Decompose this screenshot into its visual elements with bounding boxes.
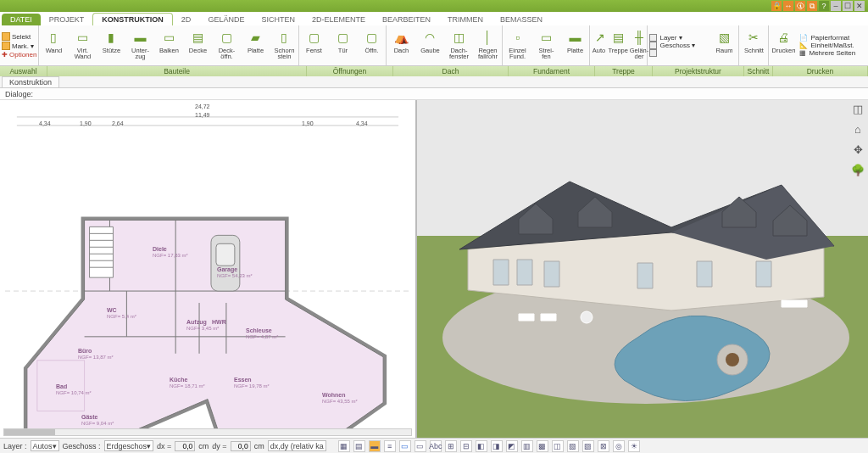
room-label-bad: BadNGF= 10,74 m² bbox=[56, 383, 92, 395]
svg-rect-41 bbox=[541, 314, 556, 321]
bb-3[interactable]: ≡ bbox=[384, 440, 396, 452]
bb-13[interactable]: ▩ bbox=[537, 440, 548, 452]
coord-mode[interactable]: dx,dy (relativ ka bbox=[268, 440, 326, 451]
bb-15[interactable]: ▧ bbox=[567, 440, 579, 452]
bb-0[interactable]: ▦ bbox=[338, 440, 350, 452]
maximize-icon[interactable]: ☐ bbox=[843, 1, 853, 11]
tab-projekt[interactable]: PROJEKT bbox=[41, 14, 93, 25]
svg-rect-35 bbox=[517, 260, 532, 285]
rail-home-icon[interactable]: ⌂ bbox=[851, 122, 865, 136]
tab-sichten[interactable]: SICHTEN bbox=[253, 14, 303, 25]
top-icon-3[interactable]: ⧉ bbox=[807, 1, 817, 11]
bb-5[interactable]: ▭ bbox=[415, 440, 426, 452]
ribbon-platte[interactable]: ▰Platte bbox=[241, 25, 270, 65]
svg-rect-36 bbox=[544, 261, 559, 287]
tab-gelaende[interactable]: GELÄNDE bbox=[199, 14, 253, 25]
schnitt-button[interactable]: ✂Schnitt bbox=[739, 25, 768, 65]
rail-move-icon[interactable]: ✥ bbox=[851, 143, 865, 156]
ribbon-dach-fenster[interactable]: ◫Dach-fenster bbox=[444, 25, 473, 65]
ribbon-tabs: DATEI PROJEKT KONSTRUKTION 2D GELÄNDE SI… bbox=[0, 12, 868, 25]
ribbon-dach[interactable]: ⛺Dach bbox=[387, 25, 415, 65]
help-icon[interactable]: ? bbox=[819, 1, 829, 11]
ribbon-regen-fallrohr[interactable]: │Regenfallrohr bbox=[473, 25, 502, 65]
ribbon-gaube[interactable]: ◠Gaube bbox=[415, 25, 444, 65]
dx-input[interactable] bbox=[175, 441, 195, 451]
tab-bemassen[interactable]: BEMASSEN bbox=[492, 14, 551, 25]
ribbon-unter-zug[interactable]: ▬Unter-zug bbox=[125, 25, 154, 65]
bb-17[interactable]: ⊠ bbox=[598, 440, 609, 452]
ribbon-gel-n-der[interactable]: ╫Gelän-der bbox=[629, 25, 649, 65]
dy-input[interactable] bbox=[231, 441, 251, 451]
raum-button[interactable]: ▧Raum bbox=[710, 25, 739, 65]
room-label-schleuse: SchleuseNGF= 4,87 m² bbox=[246, 327, 278, 339]
sec-tab-konstruktion[interactable]: Konstruktion bbox=[2, 76, 59, 88]
ribbon-virt-wand[interactable]: ▭Virt.Wand bbox=[68, 25, 97, 65]
geschoss-dropdown[interactable]: Geschoss ▾ bbox=[649, 42, 708, 49]
ribbon-fenst[interactable]: ▢Fenst bbox=[299, 25, 328, 65]
layer-extra[interactable] bbox=[649, 49, 708, 57]
layer-dropdown[interactable]: Layer ▾ bbox=[649, 34, 708, 42]
mark-button[interactable]: Mark. ▾ bbox=[2, 42, 36, 50]
mehrere[interactable]: ▦Mehrere Seiten bbox=[799, 49, 868, 57]
layer-select[interactable]: Autos ▾ bbox=[31, 440, 59, 451]
ribbon-einzel-fund-[interactable]: ▫EinzelFund. bbox=[503, 25, 531, 65]
bb-11[interactable]: ◩ bbox=[506, 440, 518, 452]
bb-19[interactable]: ☀ bbox=[628, 440, 640, 452]
group-projektstruktur: Layer ▾ Geschoss ▾ ▧Raum bbox=[648, 25, 739, 65]
ribbon-wand[interactable]: ▯Wand bbox=[39, 25, 68, 65]
selekt-button[interactable]: Selekt bbox=[2, 32, 36, 41]
bb-8[interactable]: ⊟ bbox=[460, 440, 472, 452]
tab-trimmen[interactable]: TRIMMEN bbox=[439, 14, 492, 25]
ribbon-deck-ffn-[interactable]: ▢Deck-öffn. bbox=[212, 25, 241, 65]
ribbon-schorn-stein[interactable]: ▯Schornstein bbox=[270, 25, 298, 65]
ribbon--ffn-[interactable]: ▢Öffn. bbox=[357, 25, 386, 65]
top-icon-0[interactable]: 🔒 bbox=[771, 1, 782, 11]
geschoss-select[interactable]: Erdgeschos ▾ bbox=[104, 440, 154, 451]
bb-1[interactable]: ▤ bbox=[353, 440, 365, 452]
tab-datei[interactable]: DATEI bbox=[2, 14, 41, 25]
ribbon-platte[interactable]: ▬Platte bbox=[560, 25, 589, 65]
bb-14[interactable]: ◫ bbox=[552, 440, 564, 452]
ribbon-auto[interactable]: ↗Auto bbox=[590, 25, 607, 65]
drucken-button[interactable]: 🖨Drucken bbox=[769, 25, 798, 65]
bb-10[interactable]: ◨ bbox=[491, 440, 503, 452]
dim-1: 1,90 bbox=[80, 120, 92, 126]
group-schnitt: ✂Schnitt bbox=[739, 25, 769, 65]
rail-tree-icon[interactable]: 🌳 bbox=[851, 163, 865, 176]
pane-2d-floorplan[interactable]: 4,34 1,90 2,64 11,49 1,90 4,34 24,72 Die… bbox=[0, 100, 417, 438]
tab-2delemente[interactable]: 2D-ELEMENTE bbox=[303, 14, 374, 25]
bb-9[interactable]: ◧ bbox=[476, 440, 487, 452]
bb-7[interactable]: ⊞ bbox=[445, 440, 457, 452]
bb-16[interactable]: ▨ bbox=[582, 440, 594, 452]
room-label-gäste: GästeNGF= 9,04 m² bbox=[81, 414, 114, 426]
rail-layers-icon[interactable]: ◫ bbox=[851, 102, 865, 115]
tab-2d[interactable]: 2D bbox=[173, 14, 200, 25]
bb-12[interactable]: ▥ bbox=[521, 440, 533, 452]
bb-4[interactable]: ▭ bbox=[399, 440, 411, 452]
ribbon-group-labels: AuswahlBauteileÖffnungenDachFundamentTre… bbox=[0, 66, 868, 76]
ribbon-st-tze[interactable]: ▮Stütze bbox=[97, 25, 125, 65]
optionen-button[interactable]: ✚ Optionen bbox=[2, 51, 36, 59]
bb-18[interactable]: ◎ bbox=[613, 440, 625, 452]
dialog-label: Dialoge: bbox=[5, 90, 33, 98]
pane-3d-view[interactable]: ◫ ⌂ ✥ 🌳 bbox=[417, 100, 868, 438]
hscrollbar-2d[interactable] bbox=[3, 428, 412, 436]
ribbon-treppe[interactable]: ▤Treppe bbox=[607, 25, 629, 65]
ribbon-t-r[interactable]: ▢Tür bbox=[328, 25, 357, 65]
ribbon-decke[interactable]: ▤Decke bbox=[183, 25, 212, 65]
ribbon-balken[interactable]: ▭Balken bbox=[154, 25, 183, 65]
minimize-icon[interactable]: – bbox=[831, 1, 841, 11]
tab-bearbeiten[interactable]: BEARBEITEN bbox=[374, 14, 439, 25]
room-label-hwr: HWR bbox=[212, 319, 226, 325]
bb-6[interactable]: Abc bbox=[430, 440, 442, 452]
papierformat[interactable]: 📄Papierformat bbox=[799, 34, 868, 42]
tab-konstruktion[interactable]: KONSTRUKTION bbox=[92, 13, 173, 25]
bb-2[interactable]: ▬ bbox=[369, 440, 381, 452]
dim-6: 24,72 bbox=[195, 103, 210, 109]
dim-2: 2,64 bbox=[112, 120, 124, 126]
top-icon-1[interactable]: ↔ bbox=[783, 1, 793, 11]
top-icon-2[interactable]: 🛈 bbox=[795, 1, 805, 11]
close-icon[interactable]: ✕ bbox=[854, 1, 865, 11]
ribbon-strei-fen[interactable]: ▭Strei-fen bbox=[531, 25, 560, 65]
einheit[interactable]: 📐Einheit/Maßst. bbox=[799, 42, 868, 49]
